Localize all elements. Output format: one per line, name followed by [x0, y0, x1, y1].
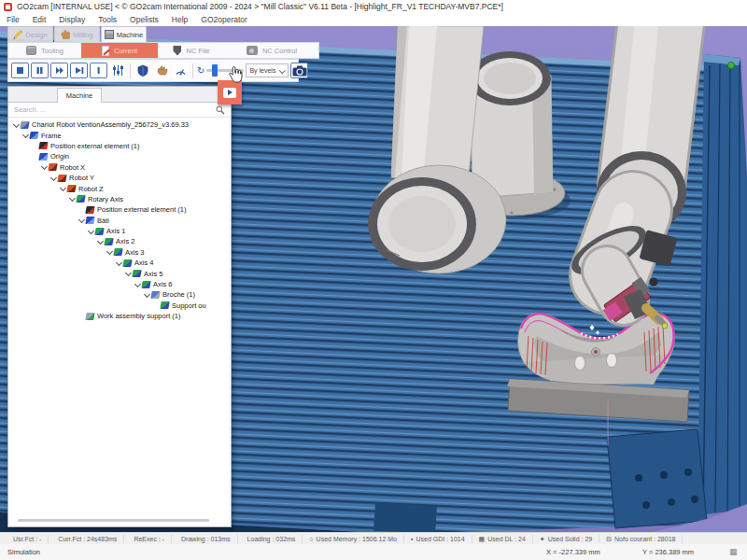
status-item: Used Memory : 1506.12 Mo — [303, 535, 404, 543]
status-item: Loading : 032ms — [238, 535, 303, 543]
tree-item-label: Origin — [50, 152, 69, 161]
menu-item[interactable]: GO2operator — [194, 15, 254, 24]
ribbon-tab-label: Current — [114, 47, 137, 55]
expander-icon[interactable] — [124, 270, 132, 277]
view-mode-dropdown[interactable]: By levels — [246, 63, 289, 77]
tree-item-label: Chariot Robot VentionAssembly_256729_v3.… — [32, 120, 189, 129]
menu-item[interactable]: Edit — [26, 15, 53, 24]
ribbon-tab[interactable]: Tooling — [8, 43, 81, 58]
tree-item[interactable]: Axis 1 — [8, 226, 231, 236]
tree-item[interactable]: Chariot Robot VentionAssembly_256729_v3.… — [8, 119, 231, 130]
tree-item[interactable]: Robot X — [8, 162, 231, 173]
expander-icon[interactable] — [40, 163, 48, 171]
tree-item[interactable]: Robot Y — [8, 173, 231, 183]
tree-node-icon — [113, 248, 122, 256]
tree-node-icon — [122, 259, 132, 267]
tree-item-label: Position external element (1) — [97, 205, 186, 214]
tree-item[interactable]: Origin — [8, 151, 231, 161]
ribbon-tab[interactable]: NC Control — [225, 43, 318, 58]
expander-icon[interactable] — [31, 142, 38, 149]
chevron-down-icon — [280, 68, 285, 73]
speed-slider-handle[interactable] — [212, 64, 218, 77]
menu-item[interactable]: File — [0, 15, 26, 24]
expander-icon[interactable] — [115, 259, 122, 267]
tree-item[interactable]: Axis 5 — [8, 268, 231, 278]
speed-slider[interactable] — [206, 69, 244, 72]
fast-forward-button[interactable] — [50, 63, 68, 78]
tree-item[interactable]: Axis 4 — [8, 258, 231, 268]
search-input[interactable] — [14, 105, 212, 114]
tree-node-icon — [38, 142, 48, 149]
mode-tab-icon — [61, 30, 70, 39]
mode-tab-label: Design — [25, 31, 47, 39]
status-icon — [479, 535, 486, 543]
ribbon-tab-icon — [26, 46, 36, 55]
status-bar: Usr.Fct : - Curr.Fct : 24s483ms ReExec :… — [0, 532, 747, 544]
tool-tip — [662, 323, 668, 329]
tree-item[interactable]: Frame — [8, 130, 231, 140]
stop-button[interactable] — [11, 63, 29, 78]
expander-icon[interactable] — [12, 121, 20, 129]
status-text: Used Solid : 29 — [548, 535, 592, 543]
equalizer-button[interactable] — [109, 63, 126, 78]
tab-machine[interactable]: Machine — [57, 88, 102, 103]
expander-icon[interactable] — [106, 248, 113, 256]
mode-tabs: Design Milling Machine — [7, 26, 147, 42]
expander-icon[interactable] — [78, 313, 85, 320]
mode-tab[interactable]: Milling — [54, 26, 100, 42]
tree-node-icon — [57, 175, 66, 182]
ribbon-tab[interactable]: NC File — [158, 43, 225, 58]
tree-item[interactable]: Position external element (1) — [8, 204, 231, 215]
menu-item[interactable]: Display — [52, 15, 92, 24]
expander-icon[interactable] — [68, 195, 76, 203]
tree-item-label: Axis 1 — [106, 227, 125, 235]
expander-icon[interactable] — [31, 153, 38, 161]
expander-icon[interactable] — [21, 132, 29, 139]
grid-icon[interactable]: ▦ — [729, 547, 740, 557]
expander-icon[interactable] — [78, 206, 85, 214]
tree-item[interactable]: Axis 3 — [8, 247, 231, 258]
play-to-end-button[interactable] — [70, 63, 88, 78]
mode-tab[interactable]: Machine — [101, 26, 147, 42]
simulation-play-button[interactable] — [218, 80, 242, 105]
tree-item[interactable]: Support ou — [8, 301, 231, 311]
horizontal-scrollbar[interactable] — [18, 519, 209, 522]
tree-item[interactable]: Bâti — [8, 216, 231, 226]
pause-button[interactable] — [31, 63, 49, 78]
menu-item[interactable]: Tools — [92, 15, 123, 24]
expander-icon[interactable] — [59, 185, 66, 192]
expander-icon[interactable] — [96, 238, 104, 245]
expander-icon[interactable] — [134, 281, 141, 288]
tree-item[interactable]: Position external element (1) — [8, 141, 231, 151]
expander-icon[interactable] — [87, 228, 94, 235]
expander-icon[interactable] — [78, 217, 85, 224]
expander-icon[interactable] — [49, 175, 57, 182]
status-text: Drawing : 013ms — [181, 535, 231, 543]
status-text: Loading : 032ms — [247, 535, 296, 543]
mode-tab[interactable]: Design — [7, 26, 53, 42]
tree-item[interactable]: Robot Z — [8, 183, 231, 193]
ribbon-tab-icon — [173, 46, 181, 56]
tree-item[interactable]: Axis 2 — [8, 236, 231, 246]
tree-item[interactable]: Rotary Axis — [8, 194, 231, 204]
expander-icon[interactable] — [152, 301, 160, 309]
tree-item[interactable]: Axis 6 — [8, 279, 231, 289]
ribbon-tab[interactable]: Current — [81, 43, 158, 58]
expander-icon[interactable] — [143, 291, 150, 299]
corner-bracket — [607, 429, 707, 528]
tree-item[interactable]: Broche (1) — [8, 289, 231, 300]
collision-shield-button[interactable] — [134, 63, 151, 78]
status-text: Usr.Fct : - — [13, 535, 41, 543]
toolbar-separator — [192, 63, 193, 78]
speed-gauge-button[interactable] — [172, 63, 189, 78]
snapshot-camera-button[interactable] — [290, 63, 308, 78]
tree-item[interactable]: Work assembly support (1) — [8, 311, 231, 321]
single-step-button[interactable] — [90, 63, 107, 78]
material-removal-hand-button[interactable] — [153, 63, 170, 78]
search-icon[interactable] — [216, 105, 225, 115]
rotation-speed-icon: ↻ — [197, 66, 204, 76]
machine-tree: Chariot Robot VentionAssembly_256729_v3.… — [8, 118, 231, 519]
menu-item[interactable]: Help — [165, 15, 194, 24]
tree-node-icon — [76, 195, 85, 203]
menu-item[interactable]: Opelists — [123, 15, 165, 24]
